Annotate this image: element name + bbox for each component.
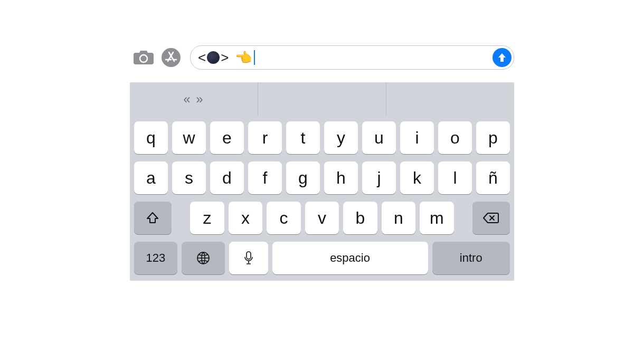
key-enye[interactable]: ñ xyxy=(476,161,510,194)
key-row-2: a s d f g h j k l ñ xyxy=(134,161,510,194)
message-input[interactable]: <> 👈 xyxy=(190,45,514,70)
key-b[interactable]: b xyxy=(343,202,377,234)
space-key[interactable]: espacio xyxy=(272,242,428,274)
key-u[interactable]: u xyxy=(362,121,396,154)
key-v[interactable]: v xyxy=(305,202,339,234)
key-e[interactable]: e xyxy=(210,121,244,154)
moon-emoji xyxy=(207,51,220,64)
numbers-key[interactable]: 123 xyxy=(134,242,177,274)
key-g[interactable]: g xyxy=(286,161,320,194)
message-text: <> 👈 xyxy=(198,50,255,66)
enter-key[interactable]: intro xyxy=(432,242,510,274)
dictation-key[interactable] xyxy=(229,242,268,274)
key-r[interactable]: r xyxy=(248,121,282,154)
key-q[interactable]: q xyxy=(134,121,168,154)
suggestion-3[interactable] xyxy=(386,82,514,116)
key-i[interactable]: i xyxy=(400,121,434,154)
key-row-3: z x c v b n m xyxy=(134,202,510,234)
suggestion-2[interactable] xyxy=(258,82,386,116)
key-n[interactable]: n xyxy=(382,202,415,234)
key-p[interactable]: p xyxy=(476,121,510,154)
globe-key[interactable] xyxy=(182,242,225,274)
key-l[interactable]: l xyxy=(438,161,472,194)
key-a[interactable]: a xyxy=(134,161,168,194)
key-o[interactable]: o xyxy=(438,121,472,154)
key-s[interactable]: s xyxy=(172,161,206,194)
key-f[interactable]: f xyxy=(248,161,282,194)
key-y[interactable]: y xyxy=(324,121,358,154)
camera-icon[interactable] xyxy=(130,47,157,68)
text-caret xyxy=(254,50,255,65)
backspace-key[interactable] xyxy=(472,202,510,234)
suggestion-1[interactable]: « » xyxy=(130,82,258,116)
key-d[interactable]: d xyxy=(210,161,244,194)
key-x[interactable]: x xyxy=(229,202,262,234)
key-m[interactable]: m xyxy=(420,202,453,234)
send-button[interactable] xyxy=(493,48,512,67)
key-k[interactable]: k xyxy=(400,161,434,194)
suggestion-bar: « » xyxy=(130,82,514,116)
key-w[interactable]: w xyxy=(172,121,206,154)
shift-key[interactable] xyxy=(134,202,172,234)
app-store-icon[interactable] xyxy=(157,47,185,68)
key-h[interactable]: h xyxy=(324,161,358,194)
key-row-1: q w e r t y u i o p xyxy=(134,121,510,154)
keyboard: « » q w e r t y u i o p a s d f g xyxy=(130,82,514,281)
key-row-4: 123 espacio intro xyxy=(134,242,510,274)
key-z[interactable]: z xyxy=(190,202,224,234)
key-j[interactable]: j xyxy=(362,161,396,194)
svg-point-1 xyxy=(162,48,181,67)
key-t[interactable]: t xyxy=(286,121,320,154)
svg-rect-3 xyxy=(247,252,251,259)
key-c[interactable]: c xyxy=(267,202,300,234)
